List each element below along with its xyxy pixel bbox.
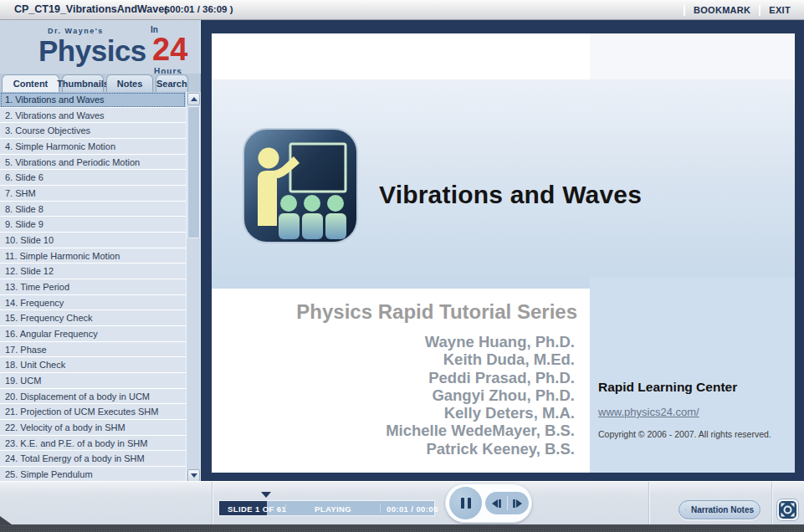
author-name: Keith Duda, M.Ed. xyxy=(260,350,575,368)
logo-physics: Physics xyxy=(38,34,146,68)
sidebar-tabs: ContentThumbnailsNotesSearch xyxy=(0,74,201,92)
sidebar-tab[interactable]: Notes xyxy=(106,74,153,92)
content-list-item[interactable]: 20. Displacement of a body in UCM xyxy=(0,389,186,405)
content-list-item[interactable]: 4. Simple Harmonic Motion xyxy=(0,139,186,155)
player-window: CP_CT19_VibrationsAndWaves ( 00:01 / 36:… xyxy=(0,0,804,532)
teacher-classroom-icon xyxy=(242,127,359,244)
narration-notes-button[interactable]: Narration Notes xyxy=(679,500,760,519)
sidebar-tab[interactable]: Search xyxy=(156,74,188,92)
scroll-down-icon[interactable] xyxy=(187,469,200,482)
content-list-item[interactable]: 17. Phase xyxy=(0,342,186,358)
sidebar-tab[interactable]: Thumbnails xyxy=(62,74,104,92)
logo-panel: Dr. Wayne's Physics 24 In Hours xyxy=(0,20,201,74)
content-scrollbar[interactable] xyxy=(186,92,200,483)
content-list-item[interactable]: 2. Vibrations and Waves xyxy=(0,108,186,124)
logo-hours: Hours xyxy=(154,67,182,74)
content-list-item[interactable]: 12. Slide 12 xyxy=(0,263,186,279)
title-bar: CP_CT19_VibrationsAndWaves ( 00:01 / 36:… xyxy=(0,0,804,20)
logo-24: 24 xyxy=(152,32,187,68)
pause-button[interactable] xyxy=(449,487,482,519)
divider xyxy=(771,482,772,525)
content-list-item[interactable]: 3. Course Objectives xyxy=(0,123,186,139)
separator xyxy=(684,5,685,16)
slide-right-column xyxy=(590,33,795,80)
content-list-item[interactable]: 11. Simple Harmonic Motion xyxy=(0,248,186,264)
content-list-item[interactable]: 22. Velocity of a body in SHM xyxy=(0,420,186,436)
author-name: Gangyi Zhou, Ph.D. xyxy=(260,386,575,404)
title-bar-actions: BOOKMARK EXIT xyxy=(684,0,791,20)
content-list-item[interactable]: 10. Slide 10 xyxy=(0,233,186,248)
pause-icon xyxy=(461,498,464,509)
previous-slide-button[interactable] xyxy=(485,492,507,514)
slide-time: 00:01 / 00:05 xyxy=(387,504,438,514)
content-list-item[interactable]: 9. Slide 9 xyxy=(0,217,186,233)
exit-button[interactable]: EXIT xyxy=(769,5,791,15)
scrollbar-thumb[interactable] xyxy=(187,106,200,238)
slide-frame-right xyxy=(795,20,804,481)
divider xyxy=(212,482,213,525)
slide-stepper xyxy=(485,492,529,514)
content-list-item[interactable]: 6. Slide 6 xyxy=(0,170,186,186)
corner-wedge xyxy=(0,516,12,524)
content-list-item[interactable]: 13. Time Period xyxy=(0,279,186,295)
slide-frame-left xyxy=(201,20,212,481)
slide-frame-top xyxy=(201,20,804,33)
content-list-item[interactable]: 23. K.E. and P.E. of a body in SHM xyxy=(0,436,186,452)
copyright-text: Copyright © 2006 - 2007. All rights rese… xyxy=(598,429,795,439)
logo-in: In xyxy=(151,25,158,34)
slide-progress-bar[interactable]: SLIDE 1 OF 61 PLAYING 00:01 / 00:05 xyxy=(218,500,435,516)
scroll-up-icon[interactable] xyxy=(187,93,200,105)
content-list-item[interactable]: 25. Simple Pendulum xyxy=(0,467,186,483)
content-list-item[interactable]: 5. Vibrations and Periodic Motion xyxy=(0,155,186,171)
playhead-marker[interactable] xyxy=(261,492,271,498)
content-list-item[interactable]: 21. Projection of UCM Executes SHM xyxy=(0,404,186,420)
content-list-item[interactable]: 16. Angular Frequency xyxy=(0,326,186,342)
author-name: Kelly Deters, M.A. xyxy=(260,404,575,422)
slide-counter: SLIDE 1 OF 61 xyxy=(228,504,286,514)
separator xyxy=(380,504,381,513)
bookmark-button[interactable]: BOOKMARK xyxy=(694,5,750,15)
content-list-item[interactable]: 18. Unit Check xyxy=(0,357,186,373)
narration-notes-label: Narration Notes xyxy=(691,505,754,514)
next-slide-button[interactable] xyxy=(508,492,530,514)
content-list-item[interactable]: 24. Total Energy of a body in SHM xyxy=(0,451,186,467)
slide-title: Vibrations and Waves xyxy=(379,181,714,209)
author-name: Patrick Keeney, B.S. xyxy=(260,440,575,458)
playback-status: PLAYING xyxy=(315,504,351,514)
author-name: Wayne Huang, Ph.D. xyxy=(260,333,575,350)
step-forward-icon xyxy=(512,499,524,509)
slide-branding-panel: Rapid Learning Center www.physics24.com/… xyxy=(590,278,795,473)
content-list-item[interactable]: 7. SHM xyxy=(0,186,186,202)
author-list: Wayne Huang, Ph.D.Keith Duda, M.Ed.Peddi… xyxy=(260,333,575,458)
series-subtitle: Physics Rapid Tutorial Series xyxy=(260,300,577,324)
fullscreen-icon[interactable] xyxy=(776,499,799,521)
content-list-item[interactable]: 8. Slide 8 xyxy=(0,202,186,217)
divider xyxy=(648,482,649,525)
content-list: 1. Vibrations and Waves2. Vibrations and… xyxy=(0,92,186,483)
step-back-icon xyxy=(490,499,502,509)
transport-controls xyxy=(445,483,532,523)
author-name: Michelle WedeMayer, B.S. xyxy=(260,422,575,439)
website-link[interactable]: www.physics24.com/ xyxy=(598,406,699,418)
branding-title: Rapid Learning Center xyxy=(598,380,795,395)
content-list-item[interactable]: 15. Frequency Check xyxy=(0,310,186,326)
slide-frame-bottom xyxy=(201,473,804,481)
slide-canvas: Rapid Learning Center www.physics24.com/… xyxy=(212,33,795,473)
notes-document-icon xyxy=(685,504,687,515)
separator xyxy=(759,5,760,16)
total-time: ( 00:01 / 36:09 ) xyxy=(164,4,233,14)
sidebar-tab[interactable]: Content xyxy=(2,74,59,92)
content-list-item[interactable]: 1. Vibrations and Waves xyxy=(0,92,186,108)
content-list-item[interactable]: 19. UCM xyxy=(0,373,186,389)
author-name: Peddi Prasad, Ph.D. xyxy=(260,369,575,386)
content-list-item[interactable]: 14. Frequency xyxy=(0,295,186,311)
window-bottom-edge xyxy=(0,524,804,532)
presentation-title: CP_CT19_VibrationsAndWaves xyxy=(14,3,170,15)
